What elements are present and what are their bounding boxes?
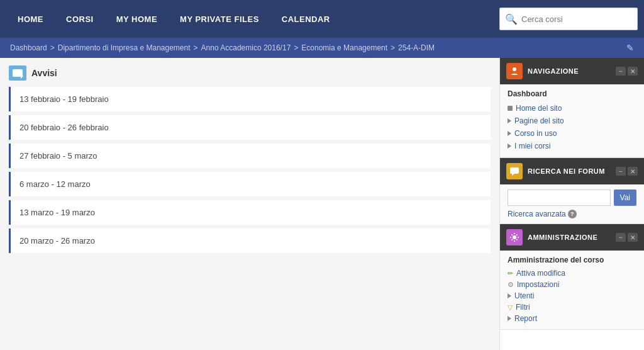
admin-link-label: Report	[514, 314, 537, 323]
list-item[interactable]: 13 febbraio - 19 febbraio	[9, 87, 491, 111]
admin-attiva-modifica[interactable]: ✏ Attiva modifica	[508, 268, 636, 279]
search-area: 🔍	[499, 8, 638, 30]
nav-home[interactable]: HOME	[6, 0, 55, 38]
nav-link-label: Corso in uso	[514, 129, 557, 138]
help-icon: ?	[568, 210, 577, 218]
avvisi-icon	[9, 65, 26, 81]
breadcrumb-dipartimento[interactable]: Dipartimento di Impresa e Management	[58, 43, 191, 52]
amministrazione-body: Amministrazione del corso ✏ Attiva modif…	[500, 251, 644, 329]
breadcrumb-anno[interactable]: Anno Accademico 2016/17	[201, 43, 291, 52]
bullet-icon	[508, 106, 513, 111]
navigazione-minimize[interactable]: −	[616, 67, 626, 76]
forum-title: RICERCA NEI FORUM	[528, 167, 616, 175]
amministrazione-title: AMMINISTRAZIONE	[528, 234, 616, 241]
nav-link-label: I miei corsi	[514, 142, 550, 150]
list-item[interactable]: 13 marzo - 19 marzo	[9, 200, 491, 225]
forum-search-input[interactable]	[508, 189, 611, 206]
amministrazione-header: AMMINISTRAZIONE − ✕	[500, 224, 644, 251]
arrow-icon	[508, 131, 511, 136]
list-item[interactable]: 6 marzo - 12 marzo	[9, 172, 491, 196]
arrow-icon	[508, 144, 511, 149]
admin-link-label: Impostazioni	[517, 280, 559, 289]
arrow-icon	[508, 316, 511, 321]
arrow-icon	[508, 293, 511, 298]
admin-link-label: Utenti	[514, 291, 534, 300]
admin-impostazioni[interactable]: ⚙ Impostazioni	[508, 279, 636, 290]
forum-close[interactable]: ✕	[628, 167, 638, 176]
navigazione-header: NAVIGAZIONE − ✕	[500, 58, 644, 84]
forum-body: Vai Ricerca avanzata ?	[500, 184, 644, 223]
list-item[interactable]: 27 febbraio - 5 marzo	[9, 144, 491, 168]
forum-vai-button[interactable]: Vai	[614, 189, 636, 206]
nav-link-label: Home del sito	[516, 104, 562, 113]
ricerca-avanzata-label: Ricerca avanzata	[508, 210, 566, 218]
nav-link-label: Pagine del sito	[514, 116, 564, 125]
amministrazione-block: AMMINISTRAZIONE − ✕ Amministrazione del …	[500, 224, 644, 330]
breadcrumb: Dashboard > Dipartimento di Impresa e Ma…	[0, 38, 644, 58]
admin-link-label: Attiva modifica	[516, 269, 565, 278]
navigazione-block: NAVIGAZIONE − ✕ Dashboard Home del sito …	[500, 58, 644, 158]
navigazione-body: Dashboard Home del sito Pagine del sito …	[500, 84, 644, 157]
admin-filtri[interactable]: ▽ Filtri	[508, 302, 636, 313]
nav-pagine-del-sito[interactable]: Pagine del sito	[508, 115, 636, 127]
avvisi-header: Avvisi	[9, 65, 491, 81]
top-navigation: HOME CORSI MY HOME MY PRIVATE FILES CALE…	[0, 0, 644, 38]
forum-minimize[interactable]: −	[616, 167, 626, 176]
nav-calendar[interactable]: CALENDAR	[270, 0, 341, 38]
ricerca-avanzata-link[interactable]: Ricerca avanzata ?	[508, 210, 636, 218]
amministrazione-controls: − ✕	[616, 233, 638, 242]
avvisi-title: Avvisi	[31, 68, 57, 78]
admin-utenti[interactable]: Utenti	[508, 290, 636, 302]
list-item[interactable]: 20 febbraio - 26 febbraio	[9, 115, 491, 140]
navigazione-controls: − ✕	[616, 67, 638, 76]
main-layout: Avvisi 13 febbraio - 19 febbraio 20 febb…	[0, 58, 644, 350]
breadcrumb-edit-icon[interactable]: ✎	[626, 43, 634, 53]
breadcrumb-254[interactable]: 254-A-DIM	[398, 43, 435, 52]
forum-search-row: Vai	[508, 189, 636, 206]
admin-block-icon	[506, 229, 523, 246]
nav-corso-in-uso[interactable]: Corso in uso	[508, 127, 636, 140]
arrow-icon	[508, 118, 511, 123]
pencil-icon: ✏	[508, 269, 513, 278]
forum-controls: − ✕	[616, 167, 638, 176]
admin-close[interactable]: ✕	[628, 233, 638, 242]
forum-block-icon	[506, 163, 523, 179]
svg-rect-1	[510, 167, 519, 174]
list-item[interactable]: 20 marzo - 26 marzo	[9, 229, 491, 253]
nav-my-home[interactable]: MY HOME	[105, 0, 169, 38]
admin-section-title: Amministrazione del corso	[508, 256, 636, 264]
sidebar: NAVIGAZIONE − ✕ Dashboard Home del sito …	[499, 58, 644, 350]
forum-header: RICERCA NEI FORUM − ✕	[500, 158, 644, 184]
dashboard-label: Dashboard	[508, 89, 636, 98]
admin-link-label: Filtri	[516, 303, 530, 312]
nav-block-icon	[506, 63, 523, 79]
breadcrumb-dashboard[interactable]: Dashboard	[10, 43, 47, 52]
nav-i-miei-corsi[interactable]: I miei corsi	[508, 140, 636, 152]
admin-report[interactable]: Report	[508, 313, 636, 324]
search-input[interactable]	[521, 14, 628, 24]
navigazione-close[interactable]: ✕	[628, 67, 638, 76]
nav-items: HOME CORSI MY HOME MY PRIVATE FILES CALE…	[6, 0, 499, 38]
forum-block: RICERCA NEI FORUM − ✕ Vai Ricerca avanza…	[500, 158, 644, 224]
svg-point-3	[513, 235, 516, 239]
svg-point-0	[513, 67, 516, 71]
breadcrumb-economia[interactable]: Economia e Management	[301, 43, 387, 52]
navigazione-title: NAVIGAZIONE	[528, 67, 616, 75]
funnel-icon: ▽	[508, 303, 513, 312]
admin-minimize[interactable]: −	[616, 233, 626, 242]
gear-icon: ⚙	[508, 281, 514, 289]
nav-private-files[interactable]: MY PRIVATE FILES	[169, 0, 270, 38]
nav-home-del-sito[interactable]: Home del sito	[508, 102, 636, 115]
svg-marker-2	[512, 174, 514, 176]
nav-corsi[interactable]: CORSI	[55, 0, 105, 38]
content-area: Avvisi 13 febbraio - 19 febbraio 20 febb…	[0, 58, 499, 350]
search-icon: 🔍	[505, 13, 518, 25]
